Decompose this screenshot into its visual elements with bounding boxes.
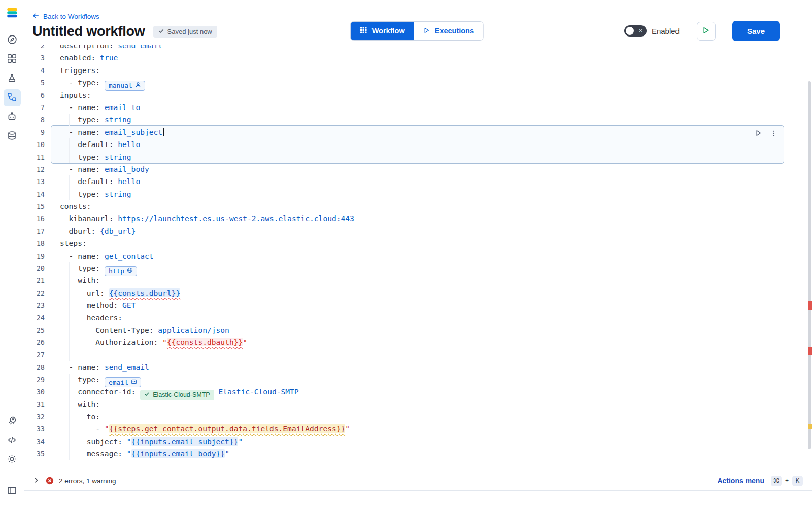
code-token [100,375,105,384]
code-line-21[interactable]: 21 with: [24,274,812,286]
code-token [60,288,87,297]
sidebar-item-workflows[interactable] [4,89,21,106]
code-line-7[interactable]: 7 - name: email_to [24,101,812,114]
yaml-editor[interactable]: 2description: send_email3enabled: true4t… [24,45,812,471]
code-line-8[interactable]: 8 type: string [24,114,812,126]
actions-menu-button[interactable]: Actions menu [717,477,764,485]
indent-guide [69,336,70,348]
code-token: get_contact [100,251,153,260]
code-line-11[interactable]: 11 type: string [24,151,812,163]
indent-guide [69,287,70,299]
code-token: - [60,103,78,112]
sidebar-item-settings[interactable] [4,451,21,468]
sidebar-item-dashboards[interactable] [4,51,21,68]
code-line-24[interactable]: 24 headers: [24,312,812,324]
code-line-12[interactable]: 12 - name: email_body [24,163,812,175]
code-token: inputs: [60,91,91,99]
code-line-9[interactable]: 9 - name: email_subject [24,126,812,138]
line-number: 23 [24,299,45,311]
enabled-switch[interactable]: ✕ [624,25,647,37]
sidebar-item-labs[interactable] [4,70,21,87]
indent-guide [69,436,70,448]
collapse-nav-button[interactable] [4,483,21,500]
code-line-22[interactable]: 22 url: {{consts.dburl}} [24,287,812,299]
line-number: 31 [24,398,45,410]
line-number: 26 [24,336,45,348]
code-token: connector-id: [78,387,136,396]
indent-guide [69,411,70,423]
code-line-29[interactable]: 29 type: email [24,374,812,386]
problems-summary: 2 errors, 1 warning [59,477,116,485]
indent-guide [78,448,78,460]
sidebar-item-data[interactable] [4,128,21,145]
code-line-3[interactable]: 3enabled: true [24,52,812,64]
code-token: {{steps.get_contact.output.data.fields.E… [109,424,346,433]
line-number: 27 [24,349,45,361]
code-token [158,338,162,346]
code-line-14[interactable]: 14 type: string [24,188,812,200]
text-cursor [163,128,164,136]
line-number: 19 [24,250,45,262]
line-number: 32 [24,411,45,423]
robot-icon [7,112,17,123]
indent-guide [69,175,70,188]
code-token: " [127,437,131,446]
code-line-15[interactable]: 15consts: [24,200,812,212]
line-number: 29 [24,374,45,386]
line-number: 21 [24,274,45,286]
code-line-27[interactable]: 27 [24,349,812,361]
code-line-23[interactable]: 23 method: GET [24,299,812,311]
code-line-34[interactable]: 34 subject: "{{inputs.email_subject}}" [24,436,812,448]
code-line-16[interactable]: 16 kibanaurl: https://launchtest.es.us-w… [24,212,812,225]
line-number: 16 [24,212,45,225]
sidebar-item-dev-tools[interactable] [4,432,21,449]
save-button[interactable]: Save [732,21,780,41]
code-line-30[interactable]: 30 connector-id: Elastic-Cloud-SMTP Elas… [24,386,812,398]
code-line-19[interactable]: 19 - name: get_contact [24,250,812,262]
statusbar-right: Actions menu ⌘ + K [717,476,803,486]
code-token: hello [113,177,140,186]
code-token: type: [78,115,100,124]
sidebar-item-launch[interactable] [4,413,21,430]
tab-workflow[interactable]: Workflow [351,22,414,40]
back-link[interactable]: Back to Workflows [32,12,99,21]
sidebar [0,0,24,506]
line-number: 30 [24,386,45,398]
code-token: application/json [154,326,229,334]
code-token: dburl: [69,227,96,235]
editor-scrollbar[interactable] [808,81,811,449]
line-number: 33 [24,423,45,435]
sidebar-item-agents[interactable] [4,109,21,126]
code-line-31[interactable]: 31 with: [24,398,812,410]
line-number: 15 [24,200,45,212]
code-line-17[interactable]: 17 dburl: {db_url} [24,225,812,237]
code-line-35[interactable]: 35 message: "{{inputs.email_body}}" [24,448,812,460]
run-workflow-button[interactable] [697,22,716,41]
code-line-33[interactable]: 33 - "{{steps.get_contact.output.data.fi… [24,423,812,435]
code-token: " [105,424,109,433]
code-token [122,437,127,446]
dashboards-icon [7,54,17,65]
code-line-20[interactable]: 20 type: http [24,262,812,274]
code-line-32[interactable]: 32 to: [24,411,812,423]
mail-icon [131,379,137,386]
sidebar-item-discover[interactable] [4,31,21,49]
expand-problems-button[interactable] [32,477,40,485]
code-line-13[interactable]: 13 default: hello [24,175,812,188]
code-line-26[interactable]: 26 Authorization: "{{consts.dbauth}}" [24,336,812,348]
code-line-25[interactable]: 25 Content-Type: application/json [24,324,812,336]
code-token: email_body [100,165,149,173]
code-line-10[interactable]: 10 default: hello [24,138,812,151]
code-token: type: [78,264,100,272]
line-number: 24 [24,312,45,324]
tab-executions[interactable]: Executions [414,22,483,40]
code-line-4[interactable]: 4triggers: [24,64,812,77]
code-line-5[interactable]: 5 - type: manual [24,77,812,89]
code-token: name: [78,128,100,136]
code-line-2[interactable]: 2description: send_email [24,45,812,52]
code-line-18[interactable]: 18steps: [24,237,812,249]
code-line-28[interactable]: 28 - name: send_email [24,361,812,373]
code-token [60,214,69,223]
code-token: " [127,449,131,458]
code-line-6[interactable]: 6inputs: [24,89,812,101]
